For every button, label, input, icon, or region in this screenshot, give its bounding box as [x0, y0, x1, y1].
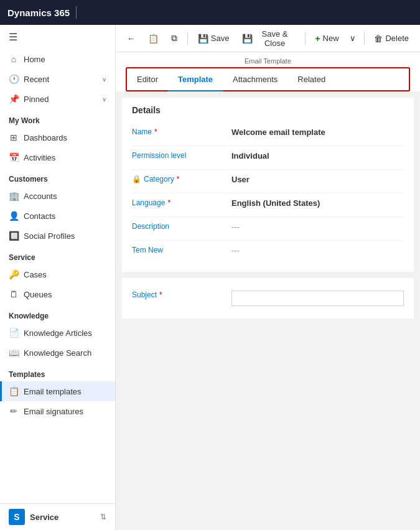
tab-template[interactable]: Template	[168, 68, 223, 91]
section-header-service: Service	[0, 246, 115, 264]
field-value-description: ---	[231, 222, 404, 231]
field-label-category: 🔒 Category *	[132, 175, 231, 184]
field-row-description: Description ---	[132, 217, 404, 241]
sidebar-item-label: Cases	[24, 270, 106, 279]
field-value-category: User	[231, 175, 404, 184]
sidebar-footer[interactable]: S Service ⇅	[0, 503, 115, 530]
sidebar-item-contacts[interactable]: 👤 Contacts	[0, 206, 115, 226]
sidebar-item-pinned[interactable]: 📌 Pinned ∨	[0, 89, 115, 109]
sidebar-item-label: Contacts	[24, 212, 106, 221]
subject-input[interactable]	[231, 291, 404, 306]
sidebar-item-label: Social Profiles	[24, 231, 106, 241]
home-icon: ⌂	[9, 54, 19, 64]
field-row-tem-new: Tem New ---	[132, 241, 404, 264]
social-profiles-icon: 🔲	[9, 231, 19, 241]
required-indicator: *	[177, 175, 180, 184]
cases-icon: 🔑	[9, 269, 19, 279]
required-indicator: *	[167, 198, 170, 207]
back-button[interactable]: ←	[122, 30, 141, 47]
section-header-knowledge: Knowledge	[0, 304, 115, 323]
delete-label: Delete	[385, 34, 409, 43]
toolbar-separator-2	[305, 32, 306, 45]
knowledge-articles-icon: 📄	[9, 328, 19, 338]
top-bar: Dynamics 365	[0, 0, 420, 25]
details-section: Details Name * Welcome email template Pe…	[122, 98, 414, 272]
avatar: S	[9, 509, 25, 525]
new-label: New	[323, 34, 339, 43]
required-indicator: *	[159, 291, 162, 299]
lock-icon: 🔒	[132, 175, 141, 184]
record-button[interactable]: 📋	[143, 30, 164, 47]
tab-editor[interactable]: Editor	[127, 68, 168, 91]
field-value-permission-level: Individual	[231, 151, 404, 160]
subject-section: Subject *	[122, 278, 414, 318]
field-row-permission-level: Permission level Individual	[132, 146, 404, 170]
top-bar-divider	[76, 6, 77, 19]
chevron-down-icon: ∨	[102, 76, 106, 83]
chevron-updown-icon: ⇅	[100, 513, 106, 521]
section-header-customers: Customers	[0, 167, 115, 186]
app-name: Dynamics 365	[7, 7, 70, 18]
save-label: Save	[211, 34, 230, 43]
section-header-templates: Templates	[0, 363, 115, 381]
queues-icon: 🗒	[9, 289, 19, 299]
chevron-down-icon: ∨	[102, 96, 106, 103]
entity-label: Email Template	[126, 57, 410, 67]
chevron-down-icon: ∨	[350, 34, 356, 43]
field-value-name: Welcome email template	[231, 128, 404, 137]
tab-attachments[interactable]: Attachments	[223, 68, 287, 91]
form-header: Email Template Editor Template Attachmen…	[116, 52, 420, 91]
field-label-description: Description	[132, 222, 231, 231]
sidebar: ☰ ⌂ Home 🕐 Recent ∨ 📌 Pinned ∨ My Work ⊞…	[0, 25, 116, 530]
save-button[interactable]: 💾 Save	[193, 30, 235, 47]
sidebar-item-label: Dashboards	[24, 133, 106, 142]
new-button[interactable]: + New	[310, 30, 343, 47]
sidebar-item-social-profiles[interactable]: 🔲 Social Profiles	[0, 226, 115, 246]
save-close-icon: 💾	[242, 34, 253, 44]
details-title: Details	[132, 105, 404, 115]
sidebar-item-recent[interactable]: 🕐 Recent ∨	[0, 69, 115, 89]
save-close-button[interactable]: 💾 Save & Close	[237, 26, 300, 51]
content-area: ← 📋 ⧉ 💾 Save 💾 Save & Close + New	[116, 25, 420, 530]
field-row-category: 🔒 Category * User	[132, 170, 404, 193]
delete-icon: 🗑	[374, 34, 383, 44]
sidebar-footer-label: Service	[30, 513, 95, 522]
sidebar-item-activities[interactable]: 📅 Activities	[0, 147, 115, 167]
sidebar-item-label: Activities	[24, 153, 106, 162]
accounts-icon: 🏢	[9, 191, 19, 201]
field-row-subject: Subject *	[132, 286, 404, 311]
field-value-tem-new: ---	[231, 246, 404, 255]
field-label-name: Name *	[132, 128, 231, 136]
tab-related[interactable]: Related	[287, 68, 335, 91]
sidebar-item-accounts[interactable]: 🏢 Accounts	[0, 186, 115, 206]
contacts-icon: 👤	[9, 211, 19, 221]
hamburger-button[interactable]: ☰	[0, 25, 115, 49]
sidebar-item-email-signatures[interactable]: ✏ Email signatures	[0, 401, 115, 421]
sidebar-item-knowledge-articles[interactable]: 📄 Knowledge Articles	[0, 323, 115, 343]
field-row-language: Language * English (United States)	[132, 193, 404, 217]
required-indicator: *	[154, 128, 157, 136]
hamburger-icon: ☰	[9, 32, 17, 42]
sidebar-item-label: Recent	[24, 75, 97, 84]
record-icon: 📋	[148, 34, 159, 44]
section-header-my-work: My Work	[0, 109, 115, 128]
back-icon: ←	[127, 34, 136, 44]
field-value-subject[interactable]	[231, 291, 404, 306]
sidebar-item-knowledge-search[interactable]: 📖 Knowledge Search	[0, 343, 115, 363]
form-container: Email Template Editor Template Attachmen…	[116, 52, 420, 530]
email-signatures-icon: ✏	[9, 406, 19, 416]
sidebar-item-queues[interactable]: 🗒 Queues	[0, 284, 115, 304]
sidebar-item-label: Home	[24, 55, 106, 64]
sidebar-item-home[interactable]: ⌂ Home	[0, 49, 115, 69]
field-row-name: Name * Welcome email template	[132, 123, 404, 146]
new-dropdown-button[interactable]: ∨	[347, 30, 359, 46]
sidebar-item-label: Pinned	[24, 95, 97, 104]
sidebar-item-email-templates[interactable]: 📋 Email templates	[0, 381, 115, 401]
sidebar-item-dashboards[interactable]: ⊞ Dashboards	[0, 128, 115, 147]
delete-button[interactable]: 🗑 Delete	[369, 30, 414, 47]
sidebar-item-cases[interactable]: 🔑 Cases	[0, 264, 115, 284]
knowledge-search-icon: 📖	[9, 348, 19, 358]
open-new-window-button[interactable]: ⧉	[166, 30, 182, 47]
tab-bar: Editor Template Attachments Related	[126, 67, 410, 91]
sidebar-item-label: Accounts	[24, 192, 106, 201]
